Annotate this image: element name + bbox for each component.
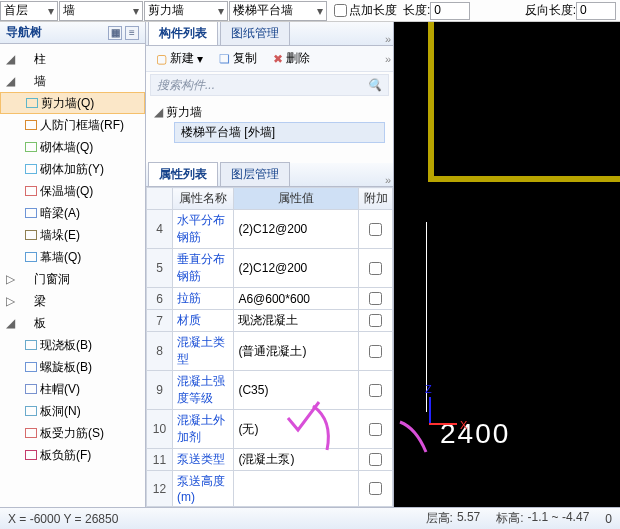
property-table: 属性名称 属性值 附加 4水平分布钢筋(2)C12@2005垂直分布钢筋(2)C… [146, 187, 393, 507]
search-input[interactable]: 搜索构件...🔍 [150, 74, 389, 96]
tree-node[interactable]: 砌体墙(Q) [0, 136, 145, 158]
copy-icon: ❏ [219, 52, 230, 66]
tab-layer-mgmt[interactable]: 图层管理 [220, 162, 290, 186]
component-toolbar: ▢新建▾ ❏复制 ✖删除 » [146, 46, 393, 72]
tree-node[interactable]: 板受力筋(S) [0, 422, 145, 444]
component-dropdown[interactable]: 楼梯平台墙▾ [229, 1, 327, 21]
new-icon: ▢ [156, 52, 167, 66]
copy-button[interactable]: ❏复制 [213, 47, 263, 70]
floor-dropdown[interactable]: 首层▾ [0, 1, 58, 21]
property-row[interactable]: 7材质现浇混凝土 [147, 310, 393, 332]
category-dropdown[interactable]: 墙▾ [59, 1, 143, 21]
axis-x-label: X [460, 419, 467, 431]
tree-node[interactable]: 砌体加筋(Y) [0, 158, 145, 180]
drawing-canvas[interactable]: 2400 Z X [394, 22, 620, 507]
chevron-right-icon[interactable]: » [385, 53, 391, 65]
tree-node[interactable]: 螺旋板(B) [0, 356, 145, 378]
nav-panel-header: 导航树 ▦ ≡ [0, 22, 145, 44]
chevron-down-icon: ▾ [218, 4, 224, 18]
nav-title: 导航树 [6, 24, 42, 41]
col-extra: 附加 [359, 188, 393, 210]
wall-shape [428, 22, 620, 182]
search-icon: 🔍 [367, 78, 382, 92]
tree-node[interactable]: ▷门窗洞 [0, 268, 145, 290]
tree-node[interactable]: ◢柱 [0, 48, 145, 70]
length-field: 长度: 0 [403, 2, 470, 20]
status-unit: 0 [605, 512, 612, 526]
elevation: 标高:-1.1 ~ -4.47 [496, 510, 589, 527]
add-length-checkbox[interactable] [334, 4, 347, 17]
tab-component-list[interactable]: 构件列表 [148, 22, 218, 45]
nav-tree: ◢柱◢墙剪力墙(Q)人防门框墙(RF)砌体墙(Q)砌体加筋(Y)保温墙(Q)暗梁… [0, 44, 145, 507]
chevron-right-icon[interactable]: » [385, 33, 391, 45]
tree-node[interactable]: 板洞(N) [0, 400, 145, 422]
chevron-down-icon: ▾ [48, 4, 54, 18]
property-row[interactable]: 10混凝土外加剂(无) [147, 410, 393, 449]
component-tabs: 构件列表 图纸管理 » [146, 22, 393, 46]
component-root[interactable]: ◢剪力墙 [154, 102, 385, 122]
tree-node[interactable]: 现浇板(B) [0, 334, 145, 356]
property-row[interactable]: 11泵送类型(混凝土泵) [147, 449, 393, 471]
subtype-dropdown[interactable]: 剪力墙▾ [144, 1, 228, 21]
tab-property-list[interactable]: 属性列表 [148, 162, 218, 186]
tree-node[interactable]: 剪力墙(Q) [0, 92, 145, 114]
add-length-label: 点加长度 [349, 2, 397, 19]
component-selected[interactable]: 楼梯平台墙 [外墙] [174, 122, 385, 143]
tree-node[interactable]: 人防门框墙(RF) [0, 114, 145, 136]
top-toolbar: 首层▾ 墙▾ 剪力墙▾ 楼梯平台墙▾ 点加长度 长度: 0 反向长度: 0 [0, 0, 620, 22]
col-value: 属性值 [234, 188, 359, 210]
tab-drawing-mgmt[interactable]: 图纸管理 [220, 22, 290, 45]
new-button[interactable]: ▢新建▾ [150, 47, 209, 70]
reverse-length-field: 反向长度: 0 [525, 2, 616, 20]
axis-z-label: Z [425, 383, 432, 395]
nav-panel: 导航树 ▦ ≡ ◢柱◢墙剪力墙(Q)人防门框墙(RF)砌体墙(Q)砌体加筋(Y)… [0, 22, 146, 507]
property-row[interactable]: 8混凝土类型(普通混凝土) [147, 332, 393, 371]
property-row[interactable]: 4水平分布钢筋(2)C12@200 [147, 210, 393, 249]
length-input[interactable]: 0 [430, 2, 470, 20]
component-tree: ◢剪力墙 楼梯平台墙 [外墙] [146, 98, 393, 147]
chevron-down-icon: ▾ [317, 4, 323, 18]
floor-height: 层高:5.57 [426, 510, 481, 527]
tree-node[interactable]: ◢墙 [0, 70, 145, 92]
center-panel: 构件列表 图纸管理 » ▢新建▾ ❏复制 ✖删除 » 搜索构件...🔍 ◢剪力墙… [146, 22, 394, 507]
nav-list-icon[interactable]: ≡ [125, 26, 139, 40]
delete-icon: ✖ [273, 52, 283, 66]
status-bar: X = -6000 Y = 26850 层高:5.57 标高:-1.1 ~ -4… [0, 507, 620, 529]
tree-node[interactable]: ▷梁 [0, 290, 145, 312]
property-row[interactable]: 6拉筋A6@600*600 [147, 288, 393, 310]
property-row[interactable]: 5垂直分布钢筋(2)C12@200 [147, 249, 393, 288]
nav-grid-icon[interactable]: ▦ [108, 26, 122, 40]
property-tabs: 属性列表 图层管理 » [146, 163, 393, 187]
property-row[interactable]: 12泵送高度(m) [147, 471, 393, 507]
add-length-toggle: 点加长度 [334, 2, 397, 19]
col-name: 属性名称 [173, 188, 234, 210]
tree-node[interactable]: 柱帽(V) [0, 378, 145, 400]
tree-node[interactable]: 保温墙(Q) [0, 180, 145, 202]
delete-button[interactable]: ✖删除 [267, 47, 316, 70]
annotation-stroke [396, 418, 436, 458]
chevron-down-icon: ▾ [197, 52, 203, 66]
chevron-down-icon: ▾ [133, 4, 139, 18]
coord-readout: X = -6000 Y = 26850 [8, 512, 118, 526]
tree-node[interactable]: ◢板 [0, 312, 145, 334]
property-row[interactable]: 9混凝土强度等级(C35) [147, 371, 393, 410]
tree-node[interactable]: 幕墙(Q) [0, 246, 145, 268]
reverse-length-input[interactable]: 0 [576, 2, 616, 20]
chevron-right-icon[interactable]: » [385, 174, 391, 186]
tree-node[interactable]: 暗梁(A) [0, 202, 145, 224]
tree-node[interactable]: 墙垛(E) [0, 224, 145, 246]
tree-node[interactable]: 板负筋(F) [0, 444, 145, 466]
